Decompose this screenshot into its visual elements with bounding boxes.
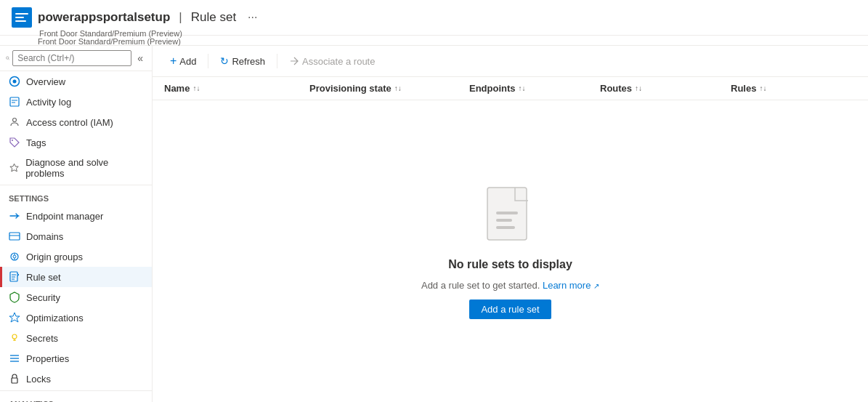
svg-point-11 bbox=[13, 118, 17, 122]
col-prov-sort-icon: ↑↓ bbox=[394, 84, 402, 92]
sidebar-item-domains[interactable]: Domains bbox=[0, 226, 152, 246]
svg-point-24 bbox=[12, 334, 17, 339]
col-endpoints-label: Endpoints bbox=[469, 83, 516, 94]
more-options-icon[interactable]: ··· bbox=[248, 11, 257, 24]
refresh-button[interactable]: ↻ Refresh bbox=[214, 52, 271, 70]
diagnose-icon bbox=[9, 162, 20, 174]
security-icon bbox=[9, 292, 20, 303]
associate-route-button[interactable]: Associate a route bbox=[283, 53, 381, 70]
toolbar-separator-1 bbox=[208, 54, 208, 68]
svg-rect-2 bbox=[15, 17, 24, 18]
learn-more-link[interactable]: Learn more bbox=[543, 280, 591, 291]
col-routes-label: Routes bbox=[600, 83, 632, 94]
secrets-icon bbox=[9, 332, 20, 344]
empty-state-title: No rule sets to display bbox=[448, 258, 572, 271]
locks-icon bbox=[9, 373, 20, 385]
sidebar-item-secrets[interactable]: Secrets bbox=[0, 328, 152, 348]
col-rules-sort-icon: ↑↓ bbox=[759, 84, 766, 92]
content-area: + Add ↻ Refresh Associate a route Name ↑… bbox=[153, 46, 868, 402]
col-prov-label: Provisioning state bbox=[309, 83, 392, 94]
sidebar-item-activity-log[interactable]: Activity log bbox=[0, 92, 152, 112]
svg-rect-34 bbox=[496, 212, 518, 214]
table-header: Name ↑↓ Provisioning state ↑↓ Endpoints … bbox=[153, 77, 868, 100]
page-title: Rule set bbox=[191, 10, 236, 25]
sidebar-item-access-control[interactable]: Access control (IAM) bbox=[0, 112, 152, 132]
svg-rect-13 bbox=[9, 233, 20, 240]
empty-state-icon bbox=[482, 184, 540, 249]
svg-rect-3 bbox=[15, 20, 26, 22]
diagnose-label: Diagnose and solve problems bbox=[25, 157, 143, 179]
col-header-endpoints[interactable]: Endpoints ↑↓ bbox=[469, 83, 600, 94]
svg-rect-35 bbox=[496, 219, 512, 222]
svg-point-16 bbox=[13, 255, 16, 258]
svg-marker-23 bbox=[9, 313, 20, 322]
empty-state: No rule sets to display Add a rule set t… bbox=[153, 100, 868, 402]
add-label: Add bbox=[179, 56, 196, 67]
col-name-label: Name bbox=[164, 83, 190, 94]
col-rules-label: Rules bbox=[731, 83, 756, 94]
svg-rect-1 bbox=[15, 13, 28, 15]
optimizations-label: Optimizations bbox=[26, 313, 84, 323]
associate-route-icon bbox=[289, 56, 299, 66]
overview-label: Overview bbox=[26, 76, 65, 87]
analytics-section-label: Analytics bbox=[0, 393, 152, 402]
add-rule-set-button[interactable]: Add a rule set bbox=[469, 300, 551, 319]
origin-groups-icon bbox=[9, 251, 20, 262]
secrets-label: Secrets bbox=[26, 333, 58, 344]
search-input[interactable] bbox=[12, 50, 131, 66]
col-header-rules[interactable]: Rules ↑↓ bbox=[731, 83, 861, 94]
sidebar-item-security[interactable]: Security bbox=[0, 287, 152, 307]
associate-route-label: Associate a route bbox=[302, 56, 375, 67]
col-header-routes[interactable]: Routes ↑↓ bbox=[600, 83, 731, 94]
col-header-name[interactable]: Name ↑↓ bbox=[164, 83, 309, 94]
endpoint-manager-label: Endpoint manager bbox=[26, 211, 103, 222]
sidebar-item-properties[interactable]: Properties bbox=[0, 348, 152, 369]
toolbar-separator-2 bbox=[277, 54, 277, 68]
activity-log-icon bbox=[9, 96, 20, 108]
search-box: « bbox=[0, 46, 152, 71]
empty-state-subtitle: Add a rule set to get started. Learn mor… bbox=[421, 280, 599, 291]
search-icon bbox=[6, 53, 9, 63]
sidebar-item-tags[interactable]: Tags bbox=[0, 132, 152, 153]
svg-line-5 bbox=[9, 59, 9, 60]
empty-state-subtitle-text: Add a rule set to get started. bbox=[421, 280, 540, 291]
sidebar: « Overview Activity log Access control bbox=[0, 46, 153, 402]
sidebar-item-endpoint-manager[interactable]: Endpoint manager bbox=[0, 206, 152, 226]
toolbar: + Add ↻ Refresh Associate a route bbox=[153, 46, 868, 77]
col-header-provisioning[interactable]: Provisioning state ↑↓ bbox=[309, 83, 469, 94]
sidebar-item-rule-set[interactable]: Rule set bbox=[0, 267, 152, 287]
tags-label: Tags bbox=[26, 137, 46, 148]
properties-label: Properties bbox=[26, 353, 69, 364]
svg-point-4 bbox=[7, 57, 9, 59]
properties-icon bbox=[9, 353, 20, 364]
col-routes-sort-icon: ↑↓ bbox=[635, 84, 642, 92]
page-header: powerappsportalsetup | Rule set ··· Fron… bbox=[0, 0, 868, 36]
col-name-sort-icon: ↑↓ bbox=[192, 84, 200, 92]
activity-log-label: Activity log bbox=[26, 97, 71, 108]
refresh-label: Refresh bbox=[232, 56, 265, 67]
refresh-icon: ↻ bbox=[220, 55, 229, 67]
add-button[interactable]: + Add bbox=[164, 52, 202, 71]
rule-set-label: Rule set bbox=[26, 272, 61, 283]
col-endpoints-sort-icon: ↑↓ bbox=[519, 84, 526, 92]
optimizations-icon bbox=[9, 312, 20, 323]
sidebar-item-optimizations[interactable]: Optimizations bbox=[0, 307, 152, 328]
sidebar-item-diagnose[interactable]: Diagnose and solve problems bbox=[0, 153, 152, 183]
sub-label: Front Door Standard/Premium (Preview) bbox=[39, 29, 182, 38]
svg-point-7 bbox=[13, 80, 17, 84]
svg-rect-8 bbox=[10, 97, 19, 106]
domains-icon bbox=[9, 230, 20, 242]
rule-set-icon bbox=[9, 271, 20, 283]
sidebar-item-overview[interactable]: Overview bbox=[0, 71, 152, 92]
collapse-button[interactable]: « bbox=[134, 51, 146, 65]
resource-icon bbox=[12, 7, 32, 28]
sidebar-item-locks[interactable]: Locks bbox=[0, 369, 152, 389]
add-icon: + bbox=[170, 55, 177, 68]
sidebar-item-origin-groups[interactable]: Origin groups bbox=[0, 246, 152, 267]
access-control-icon bbox=[9, 116, 20, 128]
domains-label: Domains bbox=[26, 231, 63, 242]
external-link-icon: ↗ bbox=[593, 282, 599, 290]
svg-rect-36 bbox=[496, 226, 515, 229]
svg-rect-28 bbox=[12, 378, 17, 383]
tags-icon bbox=[9, 137, 20, 148]
